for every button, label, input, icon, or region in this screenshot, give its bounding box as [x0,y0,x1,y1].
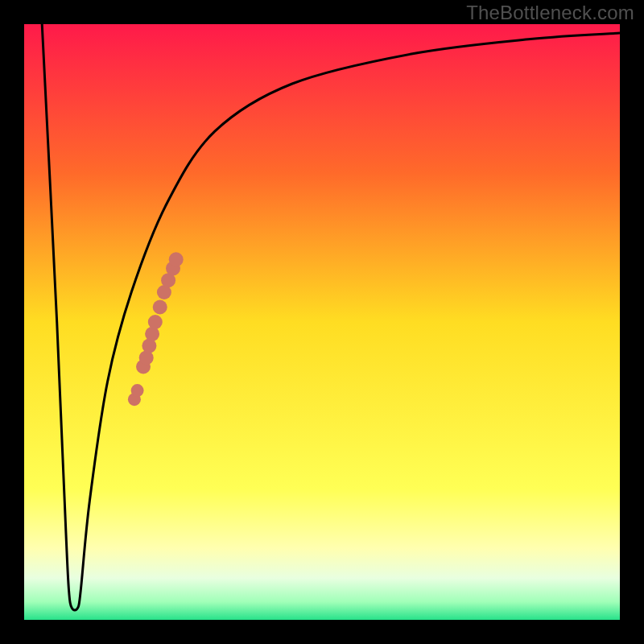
marker-dot [153,300,167,315]
marker-dot [148,315,163,329]
chart-background-gradient [24,24,620,620]
marker-dot [131,384,144,397]
chart-plot-area [24,24,620,620]
marker-dot [169,252,184,266]
bottleneck-chart [24,24,620,620]
attribution-label: TheBottleneck.com [466,2,634,24]
